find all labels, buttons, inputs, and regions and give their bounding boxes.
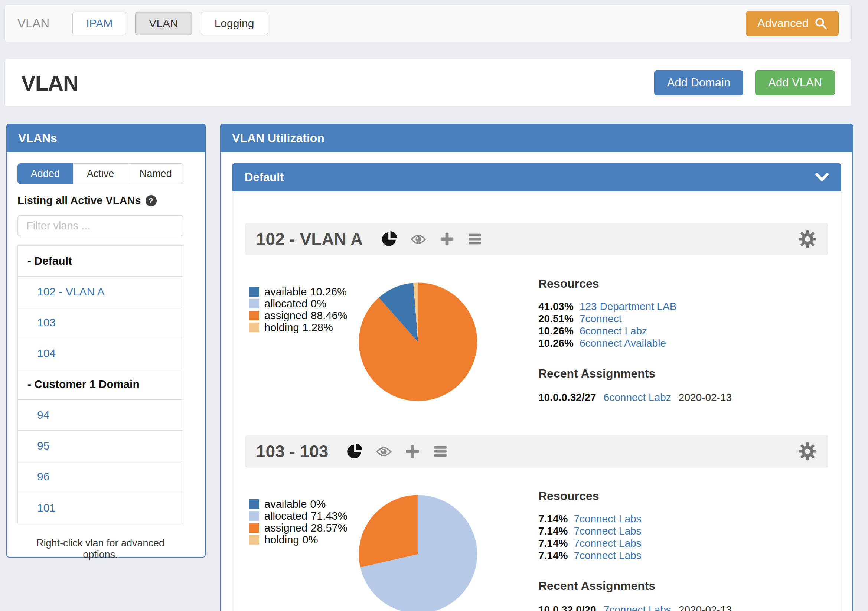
vlan-filter-input[interactable]: [17, 215, 183, 236]
vlan-list-item[interactable]: 104: [18, 338, 183, 369]
vlan-list-item[interactable]: - Customer 1 Domain: [18, 369, 183, 400]
recent-assignments-heading: Recent Assignments: [538, 367, 865, 380]
legend-swatch: [250, 323, 259, 332]
gear-icon[interactable]: [798, 230, 817, 249]
vlan-filter-tabs: Added Active Named: [17, 163, 183, 184]
tab-added[interactable]: Added: [17, 163, 73, 184]
vlan-list-item-label: 95: [37, 439, 50, 452]
resources-column: Resources 41.03% 123 Department LAB 20.5…: [538, 277, 865, 403]
domain-body: 102 - VLAN A: [232, 191, 841, 611]
resource-link[interactable]: 7connect: [580, 313, 622, 325]
chevron-down-icon[interactable]: [815, 173, 829, 182]
legend-percent: 88.46%: [311, 310, 347, 322]
advanced-search-button[interactable]: Advanced: [746, 11, 839, 36]
vlan-card-header: 102 - VLAN A: [245, 223, 828, 255]
add-domain-button[interactable]: Add Domain: [654, 70, 744, 95]
vlan-card-103: 103 - 103: [245, 435, 828, 611]
domain-header[interactable]: Default: [232, 163, 841, 191]
domain-panel-default: Default 102 - VLAN A: [232, 163, 841, 611]
resource-percent: 10.26%: [538, 337, 574, 349]
resource-link[interactable]: 7connect Labs: [574, 538, 641, 549]
plus-icon[interactable]: [439, 231, 455, 247]
eye-icon[interactable]: [375, 444, 393, 459]
plus-icon[interactable]: [405, 444, 420, 459]
tab-named[interactable]: Named: [128, 163, 183, 184]
bars-icon[interactable]: [432, 444, 448, 459]
legend-row: assigned 88.46%: [250, 310, 347, 321]
resources-column: Resources 7.14% 7connect Labs 7.14% 7con…: [538, 489, 865, 611]
vlan-list-item[interactable]: 94: [18, 400, 183, 431]
tab-vlan[interactable]: VLAN: [135, 11, 192, 35]
resource-link[interactable]: 123 Department LAB: [580, 301, 677, 313]
utilization-pie-chart: [358, 282, 478, 402]
resource-percent: 7.14%: [538, 513, 568, 525]
tab-ipam[interactable]: IPAM: [72, 11, 126, 35]
help-icon[interactable]: ?: [146, 195, 157, 206]
vlan-list-item[interactable]: - Default: [18, 246, 183, 276]
vlan-list-item[interactable]: 101: [18, 492, 183, 523]
page-actions: Add Domain Add VLAN: [654, 70, 835, 95]
legend-row: allocated 0%: [250, 298, 347, 310]
assignment-resource-link[interactable]: 7connect Labs: [604, 604, 671, 611]
vlan-card-102: 102 - VLAN A: [245, 223, 828, 423]
assignment-resource-link[interactable]: 6connect Labz: [604, 392, 671, 403]
resource-percent: 7.14%: [538, 525, 568, 537]
vlan-card-content: available 10.26% allocated 0% assigned 8…: [245, 255, 828, 423]
legend-row: holding 1.28%: [250, 321, 347, 333]
recent-assignments-heading: Recent Assignments: [538, 579, 865, 593]
module-tabs: IPAM VLAN Logging: [72, 11, 268, 35]
utilization-pie-chart: [358, 495, 478, 611]
resource-row: 41.03% 123 Department LAB: [538, 301, 865, 313]
assignment-date: 2020-02-13: [679, 604, 732, 611]
page-title: VLAN: [21, 71, 78, 95]
legend-label: holding: [264, 321, 299, 334]
add-vlan-button[interactable]: Add VLAN: [755, 70, 835, 95]
vlan-list-item[interactable]: 103: [18, 307, 183, 338]
tab-active[interactable]: Active: [73, 163, 129, 184]
legend-label: allocated: [264, 510, 307, 522]
legend-swatch: [250, 523, 259, 533]
vlan-list: - Default 102 - VLAN A 103 104 - Custome…: [17, 245, 183, 523]
legend-row: available 0%: [250, 498, 347, 510]
resource-row: 10.26% 6connect Available: [538, 337, 865, 350]
vlan-list-item[interactable]: 102 - VLAN A: [18, 276, 183, 307]
resource-row: 20.51% 7connect: [538, 313, 865, 325]
vlan-list-item[interactable]: 95: [18, 431, 183, 461]
resources-heading: Resources: [538, 489, 865, 503]
legend-percent: 28.57%: [311, 522, 347, 534]
legend-swatch: [250, 511, 259, 521]
legend-percent: 0%: [302, 534, 318, 546]
pie-legend: available 10.26% allocated 0% assigned 8…: [250, 286, 347, 333]
pie-chart-icon[interactable]: [381, 231, 398, 248]
top-toolbar: VLAN IPAM VLAN Logging Advanced: [5, 5, 852, 42]
vlans-panel: VLANs Added Active Named Listing all Act…: [6, 124, 206, 558]
resource-row: 7.14% 7connect Labs: [538, 525, 865, 538]
eye-icon[interactable]: [409, 231, 427, 247]
resources-heading: Resources: [538, 277, 865, 291]
pie-legend: available 0% allocated 71.43% assigned 2…: [250, 498, 347, 546]
resource-link[interactable]: 6connect Available: [580, 337, 666, 349]
resource-link[interactable]: 7connect Labs: [574, 513, 641, 525]
vlan-list-item[interactable]: 96: [18, 461, 183, 492]
legend-swatch: [250, 311, 259, 320]
tab-logging[interactable]: Logging: [201, 11, 268, 35]
resource-link[interactable]: 7connect Labs: [574, 550, 641, 561]
listing-label: Listing all Active VLANs: [17, 194, 141, 207]
resource-link[interactable]: 7connect Labs: [574, 525, 641, 537]
context-label: VLAN: [17, 16, 50, 31]
resource-percent: 10.26%: [538, 325, 574, 337]
pie-chart-icon[interactable]: [346, 443, 363, 460]
resource-link[interactable]: 6connect Labz: [580, 325, 647, 337]
bars-icon[interactable]: [467, 231, 483, 247]
legend-row: holding 0%: [250, 534, 347, 546]
gear-icon[interactable]: [798, 442, 817, 461]
legend-label: holding: [264, 534, 299, 546]
vlan-utilization-body: Default 102 - VLAN A: [221, 152, 852, 611]
legend-label: available: [264, 498, 307, 510]
legend-row: assigned 28.57%: [250, 522, 347, 534]
vlan-list-item-label: 94: [37, 409, 50, 421]
vlan-list-item-label: 102 - VLAN A: [37, 285, 105, 298]
vlan-card-content: available 0% allocated 71.43% assigned 2…: [245, 468, 828, 611]
resource-percent: 7.14%: [538, 550, 568, 561]
advanced-label: Advanced: [757, 17, 809, 30]
